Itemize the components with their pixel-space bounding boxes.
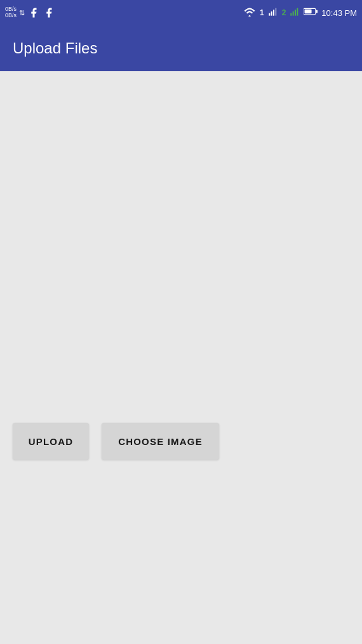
sim1-icon: 1 (260, 8, 264, 17)
svg-rect-5 (293, 11, 294, 16)
facebook-icon-2 (43, 6, 55, 19)
facebook-icon-1 (27, 6, 40, 19)
svg-rect-9 (316, 10, 318, 13)
svg-rect-1 (271, 11, 272, 16)
data-speed: 0B/s 0B/s (5, 6, 17, 19)
svg-rect-0 (269, 13, 270, 16)
status-bar: 0B/s 0B/s ⇅ 1 (0, 0, 362, 25)
button-area: UPLOAD CHOOSE IMAGE (13, 423, 219, 460)
sim2-icon: 2 (282, 8, 286, 17)
wifi-icon (243, 6, 256, 19)
choose-image-button[interactable]: CHOOSE IMAGE (102, 423, 219, 460)
data-arrows-icon: ⇅ (19, 9, 25, 17)
svg-rect-4 (291, 13, 292, 16)
page-title: Upload Files (13, 39, 97, 57)
battery-icon (304, 7, 318, 18)
signal2-icon (290, 6, 300, 19)
svg-rect-7 (297, 8, 298, 16)
svg-rect-10 (305, 10, 312, 13)
time-display: 10:43 PM (321, 8, 357, 18)
svg-rect-2 (273, 10, 274, 15)
signal1-icon (268, 6, 278, 19)
upload-button[interactable]: UPLOAD (13, 423, 89, 460)
status-bar-right: 1 2 10:43 P (243, 6, 357, 19)
svg-rect-3 (275, 8, 276, 16)
main-content: UPLOAD CHOOSE IMAGE (0, 71, 362, 644)
app-bar: Upload Files (0, 25, 362, 71)
status-bar-left: 0B/s 0B/s ⇅ (5, 6, 55, 19)
svg-rect-6 (295, 10, 296, 15)
